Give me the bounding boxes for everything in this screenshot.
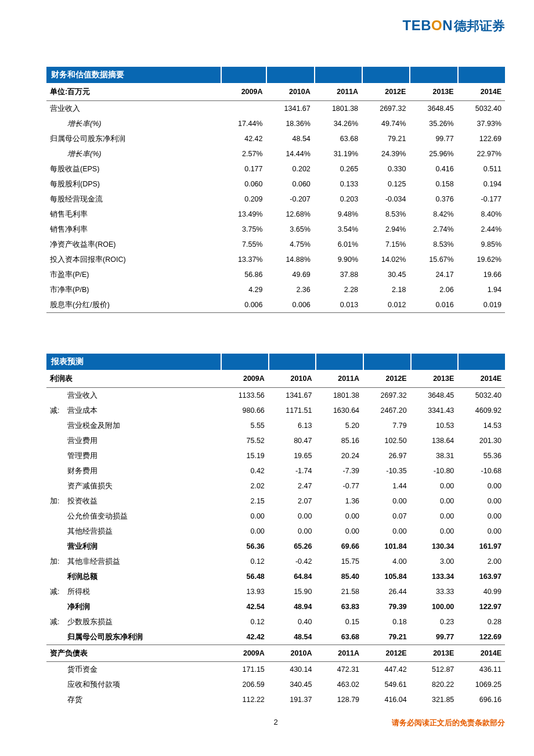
row-label: 加:投资收益 — [46, 494, 221, 509]
data-cell: 0.00 — [221, 509, 268, 524]
data-cell: 8.53% — [409, 237, 457, 252]
data-cell: 69.66 — [315, 539, 363, 554]
table-row: 归属母公司股东净利润42.4248.5463.6879.2199.77122.6… — [46, 629, 505, 645]
data-cell: 3.00 — [410, 554, 458, 569]
data-cell: 0.00 — [457, 509, 505, 524]
data-cell: 37.88 — [314, 267, 362, 282]
data-cell: 18.36% — [266, 116, 313, 131]
table-row: 财务费用0.42-1.74-7.39-10.35-10.80-10.68 — [46, 463, 505, 478]
data-cell: 33.33 — [410, 584, 458, 599]
table-row: 营业税金及附加5.556.135.207.7910.5314.53 — [46, 418, 505, 433]
table-row: 加:投资收益2.152.071.360.000.000.00 — [46, 494, 505, 509]
data-cell: 8.40% — [457, 207, 505, 222]
data-cell: 161.97 — [457, 539, 505, 554]
data-cell: 42.42 — [221, 131, 266, 146]
data-cell: 17.44% — [221, 116, 266, 131]
row-label: 减:少数股东损益 — [46, 614, 221, 629]
data-cell: 14.88% — [266, 252, 313, 267]
row-label: 存货 — [46, 692, 221, 707]
logo-en: TEBON — [402, 17, 453, 33]
table-row: 每股股利(DPS)0.0600.0600.1330.1250.1580.194 — [46, 177, 505, 192]
unit-label: 单位:百万元 — [46, 83, 221, 101]
row-label: 加:其他非经营损益 — [46, 554, 221, 569]
data-cell — [221, 101, 266, 117]
data-cell: -0.207 — [266, 192, 313, 207]
data-cell: 1801.38 — [315, 388, 363, 404]
data-cell: 3648.45 — [410, 388, 458, 404]
data-cell: 15.67% — [409, 252, 457, 267]
data-cell: 80.47 — [268, 433, 316, 448]
data-cell: 1.44 — [363, 478, 410, 494]
data-cell: 48.54 — [266, 131, 313, 146]
data-cell: 8.42% — [409, 207, 457, 222]
row-label: 增长率(%) — [46, 146, 221, 161]
data-cell: 1341.67 — [266, 101, 313, 117]
data-cell: 472.31 — [315, 662, 363, 678]
data-cell: 0.016 — [409, 297, 457, 313]
data-cell: 122.69 — [457, 131, 505, 146]
data-cell: 4.75% — [266, 237, 313, 252]
data-cell: 3341.43 — [410, 403, 458, 418]
data-cell: -0.034 — [362, 192, 409, 207]
data-cell: 7.15% — [362, 237, 409, 252]
data-cell: 0.28 — [457, 614, 505, 629]
data-cell: 9.90% — [314, 252, 362, 267]
data-cell: 25.96% — [409, 146, 457, 161]
row-label: 利润总额 — [46, 569, 221, 584]
table-row: 减:营业成本980.661171.511630.642467.203341.43… — [46, 403, 505, 418]
data-cell: 38.31 — [410, 448, 458, 463]
data-cell: 0.00 — [363, 524, 410, 539]
data-cell: 0.158 — [409, 177, 457, 192]
table-row: 应收和预付款项206.59340.45463.02549.61820.22106… — [46, 677, 505, 692]
data-cell: 14.53 — [457, 418, 505, 433]
data-cell: 100.00 — [410, 599, 458, 614]
data-cell: 0.202 — [266, 161, 313, 177]
data-cell: 512.87 — [410, 662, 458, 678]
data-cell: 3.54% — [314, 222, 362, 237]
table-row: 存货112.22191.37128.79416.04321.85696.16 — [46, 692, 505, 707]
data-cell: 85.40 — [315, 569, 363, 584]
data-cell: 112.22 — [221, 692, 268, 707]
data-cell: 0.265 — [314, 161, 362, 177]
data-cell: 0.006 — [221, 297, 266, 313]
data-cell: 0.00 — [457, 478, 505, 494]
data-cell: 15.75 — [315, 554, 363, 569]
data-cell: 549.61 — [363, 677, 410, 692]
data-cell: 1801.38 — [314, 101, 362, 117]
data-cell: 463.02 — [315, 677, 363, 692]
data-cell: 6.01% — [314, 237, 362, 252]
table-row: 市净率(P/B)4.292.362.282.182.061.94 — [46, 282, 505, 297]
table-row: 加:其他非经营损益0.12-0.4215.754.003.002.00 — [46, 554, 505, 569]
data-cell: -10.35 — [363, 463, 410, 478]
table-row: 每股收益(EPS)0.1770.2020.2650.3300.4160.511 — [46, 161, 505, 177]
data-cell: 31.19% — [314, 146, 362, 161]
table1-title: 财务和估值数据摘要 — [46, 67, 221, 83]
row-label: 净资产收益率(ROE) — [46, 237, 221, 252]
data-cell: 2.94% — [362, 222, 409, 237]
data-cell: 138.64 — [410, 433, 458, 448]
data-cell: 1341.67 — [268, 388, 316, 404]
data-cell: 26.97 — [363, 448, 410, 463]
data-cell: 1069.25 — [457, 677, 505, 692]
data-cell: 15.90 — [268, 584, 316, 599]
data-cell: 79.21 — [363, 629, 410, 645]
data-cell: 6.13 — [268, 418, 316, 433]
data-cell: 0.330 — [362, 161, 409, 177]
data-cell: 0.177 — [221, 161, 266, 177]
data-cell: 5.20 — [315, 418, 363, 433]
data-cell: 21.58 — [315, 584, 363, 599]
data-cell: 19.65 — [268, 448, 316, 463]
data-cell: 2.74% — [409, 222, 457, 237]
table2-sub1-row: 利润表 2009A 2010A 2011A 2012E 2013E 2014E — [46, 370, 505, 388]
data-cell: 56.86 — [221, 267, 266, 282]
row-label: 营业收入 — [46, 388, 221, 404]
data-cell: 13.49% — [221, 207, 266, 222]
data-cell: 7.79 — [363, 418, 410, 433]
data-cell: 63.83 — [315, 599, 363, 614]
data-cell: 15.19 — [221, 448, 268, 463]
data-cell: 48.54 — [268, 629, 316, 645]
data-cell: 206.59 — [221, 677, 268, 692]
row-label: 销售净利率 — [46, 222, 221, 237]
data-cell: 40.99 — [457, 584, 505, 599]
logo-cn: 德邦证券 — [454, 19, 505, 33]
